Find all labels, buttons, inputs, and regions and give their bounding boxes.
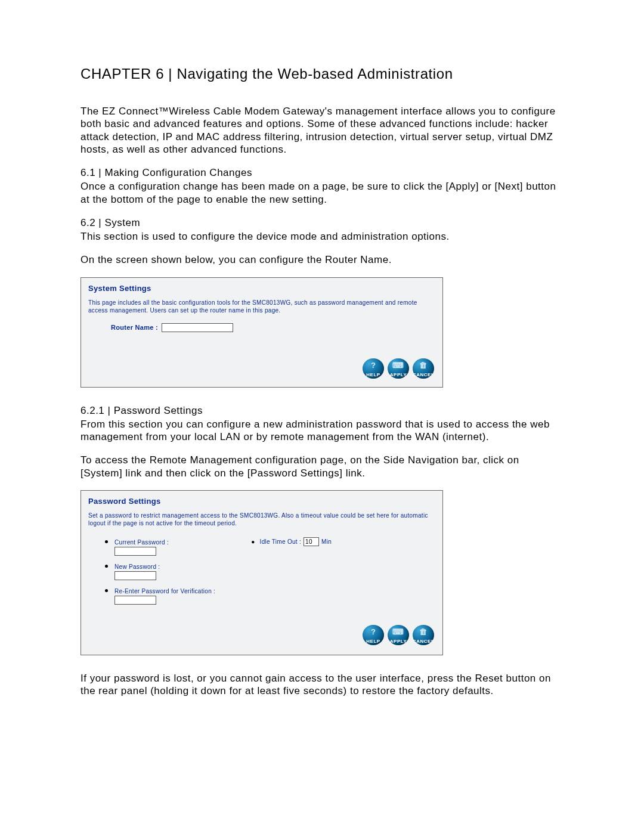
reenter-password-label: Re-Enter Password for Verification : xyxy=(114,588,215,594)
idle-timeout-block: ● Idle Time Out : 10 Min xyxy=(251,536,332,546)
router-name-input[interactable] xyxy=(162,323,233,332)
apply-button[interactable]: ⌨ APPLY xyxy=(388,358,409,379)
apply-button[interactable]: ⌨ APPLY xyxy=(388,625,409,645)
idle-timeout-label: Idle Time Out : xyxy=(260,538,302,545)
section-6-2-1-body-2: To access the Remote Management configur… xyxy=(80,454,564,479)
section-6-2-body-1: This section is used to configure the de… xyxy=(80,230,564,243)
outro-paragraph: If your password is lost, or you cannot … xyxy=(80,672,564,698)
panel-title: Password Settings xyxy=(88,497,435,506)
button-label: APPLY xyxy=(388,372,409,377)
password-fields-left: Current Password : New Password : Re-Ent… xyxy=(105,536,215,609)
current-password-input[interactable] xyxy=(114,547,156,556)
system-settings-panel: System Settings This page includes all t… xyxy=(80,277,443,388)
new-password-label: New Password : xyxy=(114,563,160,570)
section-6-1-body: Once a configuration change has been mad… xyxy=(80,180,564,206)
password-settings-panel: Password Settings Set a password to rest… xyxy=(80,490,443,655)
section-6-2-body-2: On the screen shown below, you can confi… xyxy=(80,253,564,266)
panel-title: System Settings xyxy=(88,284,435,293)
list-item: Current Password : xyxy=(114,536,215,556)
chapter-title: CHAPTER 6 | Navigating the Web-based Adm… xyxy=(80,66,564,82)
help-icon: ? xyxy=(363,361,384,370)
cancel-button[interactable]: 🗑 CANCEL xyxy=(413,625,434,645)
section-6-1-heading: 6.1 | Making Configuration Changes xyxy=(80,166,564,179)
section-6-2-1-body-1: From this section you can configure a ne… xyxy=(80,418,564,444)
password-fields-block: Current Password : New Password : Re-Ent… xyxy=(105,536,435,609)
help-button[interactable]: ? HELP xyxy=(363,625,384,645)
list-item: Re-Enter Password for Verification : xyxy=(114,585,215,605)
idle-timeout-input[interactable]: 10 xyxy=(304,537,319,546)
button-label: APPLY xyxy=(388,639,409,644)
panel-description: This page includes all the basic configu… xyxy=(88,299,435,315)
help-button[interactable]: ? HELP xyxy=(363,358,384,379)
list-item: New Password : xyxy=(114,561,215,580)
panel-button-row: ? HELP ⌨ APPLY 🗑 CANCEL xyxy=(88,358,435,379)
document-page: CHAPTER 6 | Navigating the Web-based Adm… xyxy=(0,0,644,767)
section-6-2-1-heading: 6.2.1 | Password Settings xyxy=(80,404,564,417)
current-password-label: Current Password : xyxy=(114,539,169,546)
panel-description: Set a password to restrict management ac… xyxy=(88,512,435,528)
router-name-label: Router Name : xyxy=(111,324,158,331)
panel-button-row: ? HELP ⌨ APPLY 🗑 CANCEL xyxy=(88,625,435,645)
button-label: HELP xyxy=(363,372,384,377)
cancel-button[interactable]: 🗑 CANCEL xyxy=(413,358,434,379)
router-name-row: Router Name : xyxy=(111,323,435,332)
idle-timeout-unit: Min xyxy=(321,538,332,545)
button-label: CANCEL xyxy=(413,372,434,377)
button-label: CANCEL xyxy=(413,639,434,644)
section-6-2-heading: 6.2 | System xyxy=(80,216,564,229)
apply-icon: ⌨ xyxy=(388,627,409,636)
button-label: HELP xyxy=(363,639,384,644)
new-password-input[interactable] xyxy=(114,571,156,580)
bullet-icon: ● xyxy=(251,538,255,545)
apply-icon: ⌨ xyxy=(388,361,409,370)
cancel-icon: 🗑 xyxy=(413,361,434,370)
help-icon: ? xyxy=(363,627,384,636)
intro-paragraph: The EZ Connect™Wireless Cable Modem Gate… xyxy=(80,105,564,156)
cancel-icon: 🗑 xyxy=(413,627,434,636)
reenter-password-input[interactable] xyxy=(114,596,156,605)
